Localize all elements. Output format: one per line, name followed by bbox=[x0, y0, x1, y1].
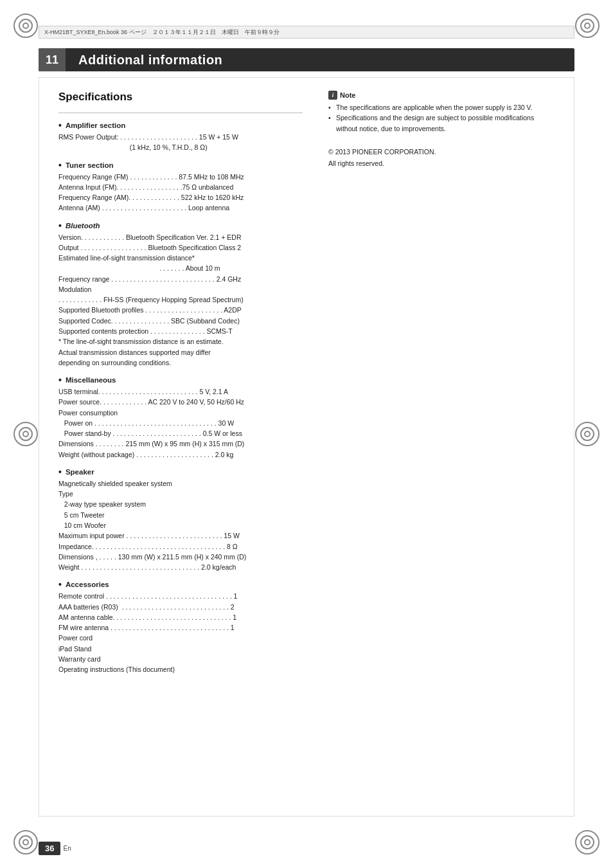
bt-line-1: Output . . . . . . . . . . . . . . . . .… bbox=[58, 242, 303, 253]
spec-section-amplifier: • Amplifier section RMS Power Output: . … bbox=[58, 121, 303, 153]
corner-decoration-br bbox=[568, 823, 607, 862]
bullet-bluetooth: • bbox=[58, 221, 62, 230]
tuner-line-0: Frequency Range (FM) . . . . . . . . . .… bbox=[58, 172, 303, 182]
spec-section-tuner: • Tuner section Frequency Range (FM) . .… bbox=[58, 161, 303, 213]
specs-title: Specifications bbox=[58, 91, 303, 104]
svg-point-17 bbox=[585, 431, 590, 437]
note-item-1: Specifications and the design are subjec… bbox=[328, 113, 555, 134]
filepath-text: X-HM21BT_SYXE8_En.book 36 ページ ２０１３年１１月２１… bbox=[44, 28, 280, 37]
bt-line-2: Estimated line-of-sight transmission dis… bbox=[58, 253, 303, 263]
page-footer: 36 En bbox=[39, 842, 71, 855]
amplifier-line-1: (1 kHz, 10 %, T.H.D., 8 Ω) bbox=[58, 142, 303, 152]
speaker-line-5: Maximum input power . . . . . . . . . . … bbox=[58, 530, 303, 541]
svg-point-8 bbox=[23, 840, 28, 845]
speaker-line-1: Type bbox=[58, 489, 303, 499]
misc-label: Miscellaneous bbox=[66, 376, 116, 384]
misc-line-6: Weight (without package) . . . . . . . .… bbox=[58, 449, 303, 460]
bt-line-9: Supported contents protection . . . . . … bbox=[58, 326, 303, 336]
tuner-line-3: Antenna (AM) . . . . . . . . . . . . . .… bbox=[58, 203, 303, 213]
misc-line-2: Power consumption bbox=[58, 408, 303, 418]
spec-section-header-amplifier: • Amplifier section bbox=[58, 121, 303, 130]
acc-line-3: FM wire antenna . . . . . . . . . . . . … bbox=[58, 622, 303, 633]
page-lang: En bbox=[63, 845, 71, 852]
svg-point-15 bbox=[576, 422, 599, 446]
chapter-number: 11 bbox=[39, 48, 66, 71]
bt-line-7: Supported Bluetooth profiles . . . . . .… bbox=[58, 305, 303, 315]
page-number: 36 bbox=[39, 842, 60, 855]
misc-line-3: Power on . . . . . . . . . . . . . . . .… bbox=[58, 418, 303, 428]
speaker-line-3: 5 cm Tweeter bbox=[58, 510, 303, 520]
spec-section-header-accessories: • Accessories bbox=[58, 580, 303, 589]
speaker-line-7: Dimensions , . . . . . 130 mm (W) x 211.… bbox=[58, 552, 303, 562]
bt-line-8: Supported Codec. . . . . . . . . . . . .… bbox=[58, 316, 303, 326]
svg-point-2 bbox=[23, 23, 28, 28]
svg-point-12 bbox=[14, 422, 37, 446]
bt-line-10: * The line-of-sight transmission distanc… bbox=[58, 336, 303, 347]
bullet-amplifier: • bbox=[58, 121, 62, 130]
misc-line-0: USB terminal. . . . . . . . . . . . . . … bbox=[58, 386, 303, 397]
spec-section-header-tuner: • Tuner section bbox=[58, 161, 303, 170]
tuner-label: Tuner section bbox=[66, 161, 114, 169]
speaker-line-0: Magnetically shielded speaker system bbox=[58, 478, 303, 489]
svg-point-11 bbox=[585, 840, 590, 845]
bullet-tuner: • bbox=[58, 161, 62, 170]
spec-section-bluetooth: • Bluetooth Version. . . . . . . . . . .… bbox=[58, 221, 303, 368]
note-item-0: The specifications are applicable when t… bbox=[328, 102, 555, 113]
right-column: i Note The specifications are applicable… bbox=[328, 91, 555, 682]
bt-line-3: . . . . . . . About 10 m bbox=[58, 263, 303, 273]
spec-section-accessories: • Accessories Remote control . . . . . .… bbox=[58, 580, 303, 674]
tuner-line-1: Antenna Input (FM). . . . . . . . . . . … bbox=[58, 182, 303, 192]
note-label: Note bbox=[340, 91, 355, 99]
bt-line-0: Version. . . . . . . . . . . . Bluetooth… bbox=[58, 232, 303, 242]
misc-line-1: Power source. . . . . . . . . . . . . AC… bbox=[58, 397, 303, 407]
note-icon: i bbox=[328, 91, 337, 100]
svg-point-9 bbox=[576, 831, 599, 854]
copyright-line1: © 2013 PIONEER CORPORATION. bbox=[328, 147, 555, 158]
bt-line-12: depending on surrounding conditions. bbox=[58, 357, 303, 368]
chapter-title: Additional information bbox=[78, 53, 222, 68]
amplifier-line-0: RMS Power Output: . . . . . . . . . . . … bbox=[58, 132, 303, 142]
chapter-header: 11 Additional information bbox=[39, 48, 574, 71]
svg-point-10 bbox=[581, 836, 594, 849]
filepath-bar: X-HM21BT_SYXE8_En.book 36 ページ ２０１３年１１月２１… bbox=[39, 26, 574, 39]
misc-line-5: Dimensions . . . . . . . . 215 mm (W) x … bbox=[58, 439, 303, 449]
svg-point-7 bbox=[19, 836, 32, 849]
svg-point-16 bbox=[581, 428, 594, 440]
spec-section-header-speaker: • Speaker bbox=[58, 467, 303, 476]
acc-line-5: iPad Stand bbox=[58, 644, 303, 654]
acc-line-1: AAA batteries (R03) . . . . . . . . . . … bbox=[58, 602, 303, 612]
spec-section-header-bluetooth: • Bluetooth bbox=[58, 221, 303, 230]
spec-section-misc: • Miscellaneous USB terminal. . . . . . … bbox=[58, 375, 303, 460]
svg-point-13 bbox=[19, 428, 32, 440]
note-box: i Note The specifications are applicable… bbox=[328, 91, 555, 134]
acc-line-0: Remote control . . . . . . . . . . . . .… bbox=[58, 591, 303, 601]
bt-line-5: Modulation bbox=[58, 284, 303, 294]
spec-section-header-misc: • Miscellaneous bbox=[58, 375, 303, 384]
bt-line-6: . . . . . . . . . . . . FH-SS (Frequency… bbox=[58, 294, 303, 305]
speaker-line-8: Weight . . . . . . . . . . . . . . . . .… bbox=[58, 562, 303, 572]
svg-point-3 bbox=[576, 14, 599, 37]
acc-line-2: AM antenna cable. . . . . . . . . . . . … bbox=[58, 612, 303, 622]
speaker-line-2: 2-way type speaker system bbox=[58, 499, 303, 509]
speaker-line-4: 10 cm Woofer bbox=[58, 520, 303, 530]
acc-line-7: Operating instructions (This document) bbox=[58, 664, 303, 674]
speaker-label: Speaker bbox=[66, 468, 94, 476]
speaker-line-6: Impedance. . . . . . . . . . . . . . . .… bbox=[58, 541, 303, 552]
bullet-accessories: • bbox=[58, 580, 62, 589]
left-column: Specifications • Amplifier section RMS P… bbox=[58, 91, 303, 682]
note-title: i Note bbox=[328, 91, 555, 100]
svg-point-4 bbox=[581, 19, 594, 32]
specs-divider bbox=[58, 113, 303, 113]
bt-line-11: Actual transmission distances supported … bbox=[58, 347, 303, 357]
copyright-line2: All rights reserved. bbox=[328, 158, 555, 170]
svg-point-1 bbox=[19, 19, 32, 32]
copyright: © 2013 PIONEER CORPORATION. All rights r… bbox=[328, 147, 555, 170]
svg-point-6 bbox=[14, 831, 37, 854]
acc-line-6: Warranty card bbox=[58, 654, 303, 664]
accessories-label: Accessories bbox=[66, 581, 109, 588]
misc-line-4: Power stand-by . . . . . . . . . . . . .… bbox=[58, 428, 303, 439]
bullet-speaker: • bbox=[58, 467, 62, 476]
spec-section-speaker: • Speaker Magnetically shielded speaker … bbox=[58, 467, 303, 572]
acc-line-4: Power cord bbox=[58, 633, 303, 643]
bullet-misc: • bbox=[58, 375, 62, 384]
